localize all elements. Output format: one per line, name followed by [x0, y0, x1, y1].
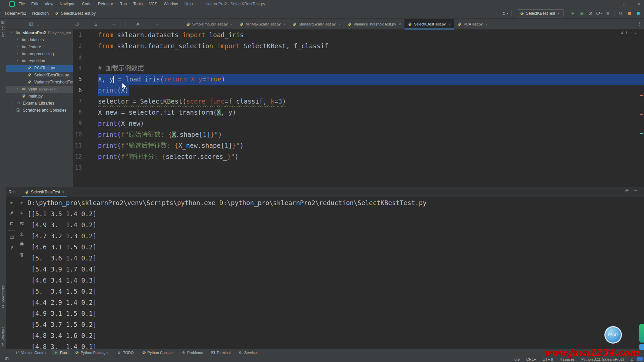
chevron-right-icon[interactable] — [16, 87, 19, 90]
close-icon[interactable]: × — [448, 22, 450, 26]
restore-layout-button[interactable] — [8, 234, 15, 241]
close-icon[interactable]: × — [485, 22, 487, 26]
debug-button[interactable] — [577, 9, 586, 17]
tab-standardscalertest-py[interactable]: StandardScalerTest.py× — [289, 19, 344, 29]
caret-position[interactable]: 6:9 — [515, 357, 520, 361]
chevron-down-icon[interactable]: ⌄ — [634, 31, 637, 35]
print-button[interactable] — [18, 241, 25, 248]
menu-code[interactable]: Code — [82, 2, 92, 6]
menu-window[interactable]: Window — [164, 2, 178, 6]
toolwindow-problems[interactable]: Problems — [179, 350, 205, 355]
run-with-coverage-button[interactable]: ▾ — [595, 9, 603, 17]
tree-item-pcatest-py[interactable]: PCATest.py — [6, 65, 73, 72]
chevron-right-icon[interactable] — [16, 45, 19, 48]
close-icon[interactable]: × — [283, 22, 285, 26]
run-button[interactable] — [569, 9, 577, 17]
stop-process-button[interactable] — [8, 220, 15, 227]
prev-occurrence-button[interactable] — [18, 199, 25, 206]
project-view-button[interactable] — [27, 20, 36, 28]
menu-tools[interactable]: Tools — [133, 2, 143, 6]
run-config-selector[interactable]: SelectKBestTest ▾ — [517, 9, 564, 17]
scroll-to-end-button[interactable] — [18, 230, 25, 238]
breadcrumb-item[interactable]: reduction — [32, 11, 49, 16]
error-stripe-mark[interactable] — [640, 95, 643, 96]
toolwindow-python-console[interactable]: Python Console — [139, 350, 176, 355]
close-button[interactable]: ✕ — [636, 2, 641, 6]
tool-window-switcher-icon[interactable] — [5, 357, 9, 360]
minimize-button[interactable]: – — [608, 2, 613, 6]
notifications-button[interactable] — [625, 9, 634, 17]
sidebar-item-project[interactable]: Project — [0, 21, 6, 37]
indent-setting[interactable]: 4 spaces — [560, 357, 575, 361]
inspections-widget[interactable]: A 1 ⌃ ⌄ — [621, 31, 637, 35]
menu-run[interactable]: Run — [119, 2, 127, 6]
more-tabs-icon[interactable] — [637, 21, 642, 26]
sidebar-item-structure[interactable]: Structure — [0, 326, 6, 346]
assistant-button[interactable] — [634, 9, 643, 17]
menu-vcs[interactable]: VCS — [149, 2, 157, 6]
code-editor[interactable]: 1from sklearn.datasets import load_iris2… — [73, 29, 644, 187]
chevron-right-icon[interactable] — [16, 52, 19, 55]
next-occurrence-button[interactable] — [18, 209, 25, 217]
close-icon[interactable]: × — [62, 190, 64, 194]
pin-tab-button[interactable] — [8, 244, 15, 251]
project-tree-panel[interactable]: sklearnPro2D:\python_prodatasetsfeaturep… — [6, 29, 73, 187]
file-encoding[interactable]: UTF-8 — [543, 357, 553, 361]
select-opened-file-button[interactable] — [73, 20, 82, 28]
run-console-tab[interactable]: SelectKBestTest × — [22, 187, 67, 197]
maximize-button[interactable]: ▢ — [622, 2, 627, 6]
tree-item-feature[interactable]: feature — [6, 44, 73, 51]
soft-wrap-button[interactable] — [18, 220, 25, 227]
hide-panel-button[interactable] — [153, 20, 162, 28]
chevron-up-icon[interactable]: ⌃ — [630, 31, 632, 35]
close-icon[interactable]: × — [399, 22, 401, 26]
tree-item-main-py[interactable]: main.py — [6, 93, 73, 100]
tab-selectkbesttest-py[interactable]: SelectKBestTest.py× — [405, 19, 454, 29]
tree-item-preprocessing[interactable]: preprocessing — [6, 51, 73, 58]
sidebar-item-bookmarks[interactable]: Bookmarks — [0, 285, 6, 308]
edit-config-button[interactable] — [8, 209, 15, 217]
chevron-down-icon[interactable] — [16, 59, 19, 62]
menu-help[interactable]: Help — [184, 2, 193, 6]
menu-navigate[interactable]: Navigate — [60, 2, 75, 6]
stop-button[interactable] — [603, 9, 612, 17]
hide-icon[interactable] — [633, 188, 638, 193]
tab-variancethresholdtest-py[interactable]: VarianceThresholdTest.py× — [344, 19, 405, 29]
tree-item-selectkbesttest-py[interactable]: SelectKBestTest.py — [6, 72, 73, 79]
python-interpreter[interactable]: Python 3.11 (sklearnPro2) — [581, 357, 624, 361]
error-stripe-mark[interactable] — [640, 114, 643, 115]
error-stripe-mark[interactable] — [640, 133, 643, 134]
toolwindow-python-packages[interactable]: Python Packages — [72, 350, 112, 355]
tree-item-reduction[interactable]: reduction — [6, 58, 73, 65]
tab-minmaxscalertest-py[interactable]: MinMaxScalerTest.py× — [236, 19, 289, 29]
search-everywhere-button[interactable] — [616, 9, 625, 17]
gear-icon[interactable] — [625, 188, 629, 193]
expand-collapse-button[interactable] — [110, 20, 118, 28]
line-ending[interactable]: CRLF — [526, 357, 536, 361]
toolwindow-version-control[interactable]: Version Control — [13, 350, 49, 355]
menu-refactor[interactable]: Refactor — [98, 2, 113, 6]
tree-item-datasets[interactable]: datasets — [6, 37, 73, 44]
clear-all-button[interactable] — [18, 251, 25, 258]
menu-file[interactable]: File — [18, 2, 25, 6]
tree-item-venv[interactable]: venvlibrary root — [6, 86, 73, 93]
chevron-right-icon[interactable] — [10, 101, 13, 104]
toolwindow-run[interactable]: Run — [52, 350, 69, 355]
tab-pcatest-py[interactable]: PCATest.py× — [454, 19, 491, 29]
tree-item-scratches-and-consoles[interactable]: Scratches and Consoles — [6, 107, 73, 114]
tree-item-external-libraries[interactable]: External Libraries — [6, 100, 73, 107]
collapse-all-button[interactable] — [92, 20, 100, 28]
rerun-button[interactable] — [8, 199, 15, 206]
chevron-right-icon[interactable] — [10, 108, 13, 111]
tree-item-sklearnpro2[interactable]: sklearnPro2D:\python_pro — [6, 29, 73, 37]
lock-icon[interactable] — [631, 358, 634, 361]
user-profile-button[interactable]: ▾ — [500, 9, 509, 17]
menu-edit[interactable]: Edit — [31, 2, 38, 6]
tree-item-variancethresholdtest-py[interactable]: VarianceThresholdTest.py — [6, 79, 73, 86]
chevron-right-icon[interactable] — [16, 38, 19, 41]
breadcrumb-item[interactable]: SelectKBestTest.py — [61, 11, 96, 16]
console-output[interactable]: D:\python_pro\sklearnPro2\venv\Scripts\p… — [28, 197, 643, 349]
toolwindow-terminal[interactable]: Terminal — [208, 350, 233, 355]
breadcrumb-item[interactable]: sklearnPro2 — [5, 11, 26, 16]
chevron-down-icon[interactable] — [10, 31, 13, 34]
